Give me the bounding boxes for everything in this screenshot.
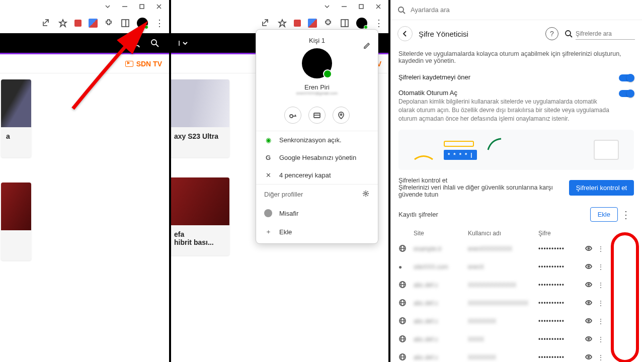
card-icon[interactable] — [308, 107, 326, 124]
site-cell: abc.def.c — [414, 354, 468, 361]
password-row[interactable]: abc.def.c XXXXXXX •••••••••• ⋮ — [398, 312, 634, 330]
sync-status[interactable]: ◉Senkronizasyon açık. — [256, 131, 378, 149]
settings-search-input[interactable] — [411, 6, 511, 14]
svg-point-37 — [588, 247, 590, 249]
nav-dropdown[interactable]: I — [171, 39, 188, 47]
card-title: a — [1, 127, 31, 157]
password-filter-input[interactable] — [576, 28, 635, 40]
row-menu-icon[interactable]: ⋮ — [598, 318, 604, 325]
article-card[interactable]: axy S23 Ultra — [171, 79, 229, 157]
maximize-icon[interactable] — [358, 4, 364, 10]
minimize-icon[interactable] — [122, 4, 128, 10]
kebab-menu-icon[interactable]: ⋮ — [155, 19, 164, 28]
edit-icon[interactable] — [363, 41, 371, 50]
article-card[interactable] — [1, 183, 31, 260]
article-card[interactable]: a — [1, 79, 31, 157]
card-title: efahibrit bası... — [171, 225, 229, 255]
profile-avatar[interactable] — [356, 18, 367, 29]
show-password-icon[interactable] — [585, 317, 598, 326]
row-menu-icon[interactable]: ⋮ — [598, 336, 604, 343]
tab-dropdown-icon[interactable] — [324, 4, 330, 10]
card-title — [1, 230, 31, 260]
page-title: Şifre Yöneticisi — [419, 30, 468, 38]
tab-dropdown-icon[interactable] — [105, 4, 111, 10]
thumbnail — [1, 79, 31, 127]
user-cell: erenXXXXXXXX — [468, 245, 538, 252]
user-cell: XXXXXXXXXXXXXXX — [468, 300, 538, 307]
share-icon[interactable] — [262, 19, 271, 28]
svg-line-31 — [403, 12, 405, 14]
page-description: Sitelerde ve uygulamalarda kolayca oturu… — [398, 50, 634, 64]
gear-icon[interactable] — [362, 190, 370, 199]
close-icon[interactable] — [375, 4, 381, 10]
svg-line-16 — [264, 20, 268, 24]
show-password-icon[interactable] — [585, 244, 598, 254]
show-password-icon[interactable] — [585, 299, 598, 308]
close-windows[interactable]: ✕4 pencereyi kapat — [256, 166, 378, 184]
password-cell: •••••••••• — [538, 300, 585, 307]
password-cell: •••••••••• — [538, 336, 585, 343]
svg-marker-17 — [279, 20, 286, 27]
site-cell: siteXXX.com — [414, 263, 468, 270]
password-row[interactable]: abc.def.c XXXXXXXXXXXXXXX •••••••••• ⋮ — [398, 294, 634, 312]
password-cell: •••••••••• — [538, 318, 585, 325]
svg-point-30 — [398, 7, 404, 12]
page-header: Şifre Yöneticisi ? — [390, 20, 642, 47]
toggle-save-passwords[interactable] — [619, 74, 634, 81]
password-row[interactable]: ● siteXXX.com erenX •••••••••• ⋮ — [398, 258, 634, 276]
key-icon[interactable] — [284, 107, 301, 124]
svg-point-32 — [566, 31, 571, 36]
password-cell: •••••••••• — [538, 354, 585, 361]
location-icon[interactable] — [333, 107, 350, 124]
maximize-icon[interactable] — [139, 4, 145, 10]
password-row[interactable]: abc.def.c XXXX •••••••••• ⋮ — [398, 330, 634, 348]
share-icon[interactable] — [42, 19, 51, 28]
profile-email: erenXXXX@gmail.com — [256, 91, 378, 96]
site-cell: example.tr — [414, 245, 468, 252]
guest-profile[interactable]: Misafir — [256, 204, 378, 222]
password-cell: •••••••••• — [538, 245, 585, 252]
show-password-icon[interactable] — [585, 262, 598, 272]
help-icon[interactable]: ? — [545, 27, 558, 40]
password-cell: •••••••••• — [538, 282, 585, 289]
extensions-puzzle-icon[interactable] — [324, 19, 333, 28]
minimize-icon[interactable] — [341, 4, 347, 10]
check-passwords-button[interactable]: Şifreleri kontrol et — [569, 180, 634, 196]
svg-point-28 — [341, 114, 342, 116]
more-menu-icon[interactable]: ⋮ — [618, 210, 634, 220]
svg-point-42 — [588, 284, 590, 285]
row-menu-icon[interactable]: ⋮ — [598, 282, 604, 289]
toggle-auto-signin[interactable] — [619, 90, 634, 97]
show-password-icon[interactable] — [585, 353, 598, 362]
user-cell: XXXX — [468, 336, 538, 343]
add-password-button[interactable]: Ekle — [590, 207, 618, 222]
add-profile[interactable]: ＋Ekle — [256, 222, 378, 243]
back-button[interactable] — [397, 26, 413, 41]
sync-icon: ◉ — [264, 136, 272, 144]
google-translate-icon[interactable] — [308, 19, 317, 28]
user-cell: XXXXXXXXXXXX — [468, 282, 538, 289]
table-header: Site Kullanıcı adı Şifre — [398, 227, 634, 240]
profile-title: Kişi 1 — [256, 37, 378, 44]
article-card[interactable]: efahibrit bası... — [171, 177, 229, 255]
row-menu-icon[interactable]: ⋮ — [598, 300, 604, 307]
close-icon[interactable] — [156, 4, 162, 10]
manage-account[interactable]: GGoogle Hesabınızı yönetin — [256, 149, 378, 166]
row-menu-icon[interactable]: ⋮ — [598, 263, 604, 270]
thumbnail — [1, 183, 31, 230]
kebab-menu-icon[interactable]: ⋮ — [374, 19, 383, 28]
globe-icon — [398, 299, 414, 308]
show-password-icon[interactable] — [585, 281, 598, 290]
row-menu-icon[interactable]: ⋮ — [598, 245, 604, 252]
password-row[interactable]: example.tr erenXXXXXXXX •••••••••• ⋮ — [398, 240, 634, 258]
password-row[interactable]: abc.def.c XXXXXXXXXXXX •••••••••• ⋮ — [398, 276, 634, 294]
sidepanel-icon[interactable] — [340, 19, 349, 28]
close-icon: ✕ — [264, 171, 272, 179]
bookmark-star-icon[interactable] — [278, 19, 287, 28]
svg-line-10 — [156, 44, 158, 47]
password-row[interactable]: abc.def.c XXXXXXX •••••••••• ⋮ — [398, 348, 634, 362]
show-password-icon[interactable] — [585, 335, 598, 344]
saved-passwords-label: Kayıtlı şifreler — [398, 211, 590, 218]
row-menu-icon[interactable]: ⋮ — [598, 354, 604, 361]
extension-red-icon[interactable] — [294, 20, 301, 27]
